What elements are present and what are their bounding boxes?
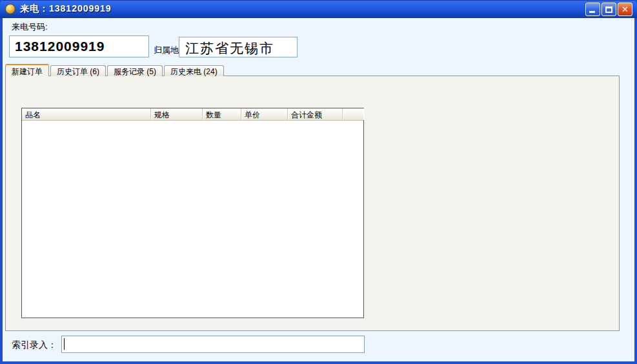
minimize-button[interactable] <box>585 3 600 16</box>
index-entry-input[interactable] <box>61 336 365 353</box>
window-title: 来电：13812009919 <box>20 3 112 15</box>
caller-location-label: 归属地: <box>154 45 181 56</box>
order-items-table: 品名 规格 数量 单价 合计金额 <box>21 108 364 318</box>
column-header-unit-price[interactable]: 单价 <box>241 108 288 120</box>
index-entry-label: 索引录入： <box>12 339 57 351</box>
caller-number-label: 来电号码: <box>12 21 48 33</box>
close-button[interactable]: ✕ <box>618 3 632 16</box>
close-icon: ✕ <box>618 5 632 14</box>
caller-number-box: 13812009919 <box>9 35 149 57</box>
minimize-icon <box>589 11 595 13</box>
app-icon <box>5 4 15 14</box>
tab-strip: 新建订单 历史订单 (6) 服务记录 (5) 历史来电 (24) <box>5 64 225 76</box>
column-header-quantity[interactable]: 数量 <box>203 108 241 120</box>
maximize-button[interactable] <box>602 3 616 16</box>
caller-location-box: 江苏省无锡市 <box>179 37 298 57</box>
text-caret <box>64 338 65 350</box>
table-header-row: 品名 规格 数量 单价 合计金额 <box>22 108 363 121</box>
column-header-spec[interactable]: 规格 <box>151 108 203 120</box>
title-bar: 来电：13812009919 ✕ <box>0 0 637 18</box>
app-window: 来电：13812009919 ✕ 来电号码: 13812009919 归属地: … <box>0 0 637 364</box>
column-header-total[interactable]: 合计金额 <box>288 108 343 120</box>
column-header-blank <box>343 108 363 120</box>
tab-new-order[interactable]: 新建订单 <box>5 64 49 76</box>
tab-service-records[interactable]: 服务记录 (5) <box>107 65 163 76</box>
tab-history-calls[interactable]: 历史来电 (24) <box>164 65 224 76</box>
maximize-icon <box>605 6 612 13</box>
tab-history-orders[interactable]: 历史订单 (6) <box>50 65 106 76</box>
column-header-product[interactable]: 品名 <box>22 108 151 120</box>
